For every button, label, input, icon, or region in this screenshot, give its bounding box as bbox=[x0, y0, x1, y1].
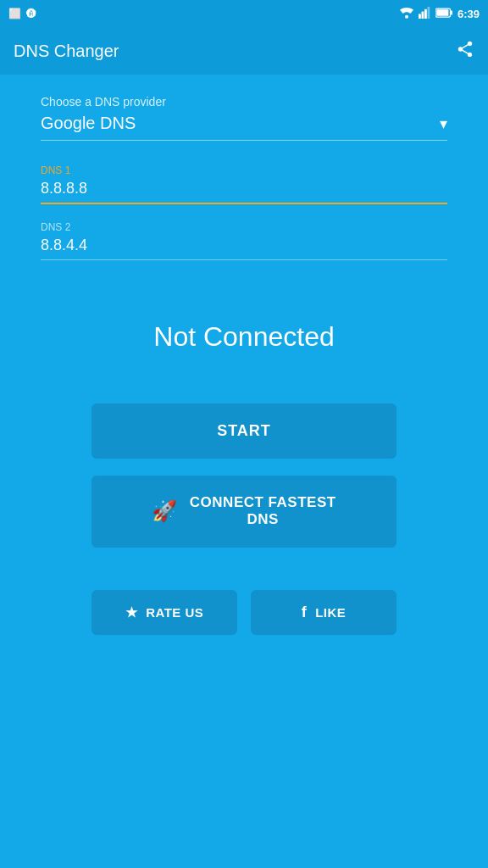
wifi-icon bbox=[400, 7, 413, 21]
dns-provider-dropdown[interactable]: Google DNS ▾ bbox=[41, 114, 447, 141]
share-icon bbox=[456, 40, 474, 58]
connect-fastest-line2: DNS bbox=[247, 511, 279, 527]
dns-provider-value: Google DNS bbox=[41, 114, 136, 133]
like-button[interactable]: f LIKE bbox=[251, 590, 396, 635]
svg-rect-4 bbox=[427, 7, 430, 19]
toolbar: DNS Changer bbox=[0, 27, 488, 75]
start-button[interactable]: START bbox=[92, 403, 396, 459]
dns2-value[interactable]: 8.8.4.4 bbox=[41, 236, 447, 260]
facebook-icon: f bbox=[302, 604, 308, 621]
svg-rect-3 bbox=[424, 8, 427, 18]
status-time: 6:39 bbox=[458, 8, 480, 20]
status-bar: ⬜ 🅐 6:39 bbox=[0, 0, 488, 27]
dns-provider-label: Choose a DNS provider bbox=[41, 95, 447, 108]
status-bar-right: 6:39 bbox=[400, 7, 480, 21]
dns1-label: DNS 1 bbox=[41, 164, 447, 176]
signal-icon bbox=[419, 7, 430, 21]
svg-rect-6 bbox=[450, 10, 452, 14]
battery-icon bbox=[435, 8, 452, 20]
a-icon: 🅐 bbox=[26, 8, 36, 19]
dns2-field: DNS 2 8.8.4.4 bbox=[41, 221, 447, 260]
star-icon: ★ bbox=[125, 604, 138, 620]
svg-rect-2 bbox=[421, 11, 424, 18]
rate-us-label: RATE US bbox=[146, 605, 203, 620]
dns-fields: DNS 1 8.8.8.8 DNS 2 8.8.4.4 bbox=[41, 164, 447, 277]
main-content: Choose a DNS provider Google DNS ▾ DNS 1… bbox=[0, 75, 488, 662]
like-label: LIKE bbox=[315, 605, 346, 620]
dropdown-arrow-icon: ▾ bbox=[440, 114, 447, 133]
svg-point-0 bbox=[405, 14, 408, 18]
dns-provider-section: Choose a DNS provider Google DNS ▾ bbox=[41, 95, 447, 141]
share-button[interactable] bbox=[456, 40, 474, 63]
app-title: DNS Changer bbox=[14, 42, 119, 61]
rate-us-button[interactable]: ★ RATE US bbox=[92, 590, 237, 635]
rocket-icon: 🚀 bbox=[152, 499, 178, 523]
dns1-field: DNS 1 8.8.8.8 bbox=[41, 164, 447, 204]
status-bar-left: ⬜ 🅐 bbox=[8, 8, 36, 19]
connect-fastest-label: CONNECT FASTEST DNS bbox=[190, 494, 336, 529]
bottom-buttons: ★ RATE US f LIKE bbox=[92, 590, 396, 635]
dns2-label: DNS 2 bbox=[41, 221, 447, 233]
svg-rect-1 bbox=[419, 14, 421, 19]
connection-status: Not Connected bbox=[153, 321, 334, 353]
dns1-value[interactable]: 8.8.8.8 bbox=[41, 180, 447, 204]
connect-fastest-line1: CONNECT FASTEST bbox=[190, 494, 336, 510]
screenshot-icon: ⬜ bbox=[8, 8, 21, 19]
svg-rect-7 bbox=[436, 9, 448, 16]
connect-fastest-button[interactable]: 🚀 CONNECT FASTEST DNS bbox=[92, 476, 396, 548]
